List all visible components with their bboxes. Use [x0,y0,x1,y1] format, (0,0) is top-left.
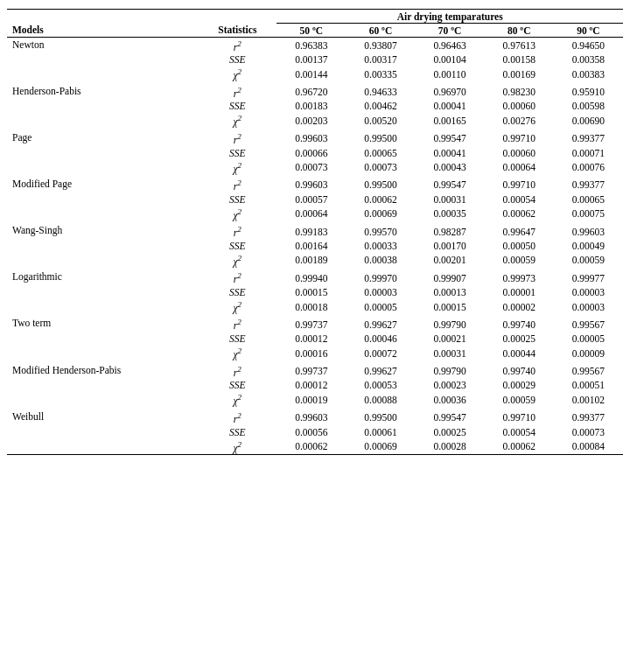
data-cell: 0.00383 [554,66,623,82]
data-cell: 0.00062 [485,206,554,221]
data-cell: 0.00031 [416,192,485,206]
data-cell: 0.00044 [485,346,554,361]
temp-70-header: 70 ºC [416,24,485,38]
data-cell: 0.94650 [554,38,623,53]
table-row: SSE0.000570.000620.000310.000540.00065 [7,192,623,206]
data-cell: 0.00462 [346,100,415,113]
data-cell: 0.96463 [416,38,485,53]
data-cell: 0.99710 [485,129,554,146]
data-cell: 0.99740 [485,314,554,332]
header-top-row: Air drying temparatures [7,10,623,24]
stat-name-cell: χ2 [198,346,276,361]
data-cell: 0.00023 [416,379,485,392]
stat-name-cell: r2 [198,361,276,379]
model-name-cell [7,53,198,66]
data-cell: 0.00276 [485,113,554,129]
stat-name-cell: r2 [198,408,276,425]
table-row: SSE0.000120.000460.000210.000250.00005 [7,332,623,346]
data-cell: 0.00054 [485,192,554,206]
data-cell: 0.00061 [346,425,415,438]
data-cell: 0.00110 [416,66,485,82]
model-name-cell: Modified Page [7,175,198,192]
stat-name-cell: SSE [198,286,276,299]
table-row: χ20.001890.000380.002010.000590.00059 [7,252,623,268]
data-cell: 0.00003 [346,286,415,299]
data-cell: 0.00158 [485,53,554,66]
temp-60-header: 60 ºC [346,24,415,38]
data-cell: 0.00170 [416,239,485,252]
table-row: χ20.000620.000690.000280.000620.00084 [7,438,623,454]
table-row: SSE0.000660.000650.000410.000600.00071 [7,146,623,159]
temp-50-header: 50 ºC [276,24,346,38]
data-cell: 0.94633 [346,82,415,100]
data-cell: 0.00060 [485,146,554,159]
table-row: χ20.000180.000050.000150.000020.00003 [7,299,623,315]
data-cell: 0.96383 [276,38,346,53]
data-cell: 0.96970 [416,82,485,100]
data-cell: 0.00031 [416,346,485,361]
data-cell: 0.99547 [416,408,485,425]
model-name-cell [7,438,198,454]
data-cell: 0.00056 [276,425,346,438]
data-cell: 0.00065 [554,192,623,206]
data-cell: 0.00003 [554,286,623,299]
data-cell: 0.00051 [554,379,623,392]
data-cell: 0.00021 [416,332,485,346]
stat-name-cell: r2 [198,268,276,285]
stat-name-cell: r2 [198,175,276,192]
data-cell: 0.00164 [276,239,346,252]
data-cell: 0.00002 [485,299,554,315]
model-name-cell [7,192,198,206]
table-row: Logarithmicr20.999400.999700.999070.9997… [7,268,623,285]
stat-name-cell: χ2 [198,392,276,408]
data-cell: 0.99570 [346,221,415,239]
data-cell: 0.00069 [346,206,415,221]
stat-name-cell: χ2 [198,299,276,315]
data-cell: 0.98287 [416,221,485,239]
data-cell: 0.00050 [485,239,554,252]
model-name-cell: Logarithmic [7,268,198,285]
data-cell: 0.00335 [346,66,415,82]
data-cell: 0.00317 [346,53,415,66]
table-row: χ20.002030.005200.001650.002760.00690 [7,113,623,129]
data-cell: 0.00029 [485,379,554,392]
data-cell: 0.99940 [276,268,346,285]
table-row: χ20.000160.000720.000310.000440.00009 [7,346,623,361]
data-cell: 0.00054 [485,425,554,438]
data-cell: 0.00088 [346,392,415,408]
data-cell: 0.97613 [485,38,554,53]
data-cell: 0.00033 [346,239,415,252]
data-cell: 0.00013 [416,286,485,299]
stat-name-cell: SSE [198,53,276,66]
data-cell: 0.99603 [554,221,623,239]
data-cell: 0.00062 [346,192,415,206]
model-name-cell [7,146,198,159]
data-cell: 0.99377 [554,408,623,425]
data-cell: 0.00038 [346,252,415,268]
model-name-cell [7,252,198,268]
main-header: Air drying temparatures [276,10,623,24]
data-cell: 0.96720 [276,82,346,100]
data-cell: 0.00057 [276,192,346,206]
data-cell: 0.99710 [485,408,554,425]
data-cell: 0.00189 [276,252,346,268]
data-cell: 0.00059 [554,252,623,268]
data-cell: 0.00015 [416,299,485,315]
model-name-cell: Wang-Singh [7,221,198,239]
model-name-cell [7,346,198,361]
model-name-cell: Weibull [7,408,198,425]
data-cell: 0.99183 [276,221,346,239]
stat-name-cell: r2 [198,82,276,100]
table-row: χ20.000730.000730.000430.000640.00076 [7,159,623,175]
data-cell: 0.00016 [276,346,346,361]
data-cell: 0.00084 [554,438,623,454]
model-name-cell [7,299,198,315]
data-cell: 0.00019 [276,392,346,408]
data-cell: 0.99567 [554,314,623,332]
data-cell: 0.98230 [485,82,554,100]
table-row: SSE0.000560.000610.000250.000540.00073 [7,425,623,438]
data-cell: 0.99973 [485,268,554,285]
stat-name-cell: r2 [198,129,276,146]
data-cell: 0.00059 [485,392,554,408]
data-cell: 0.00012 [276,379,346,392]
